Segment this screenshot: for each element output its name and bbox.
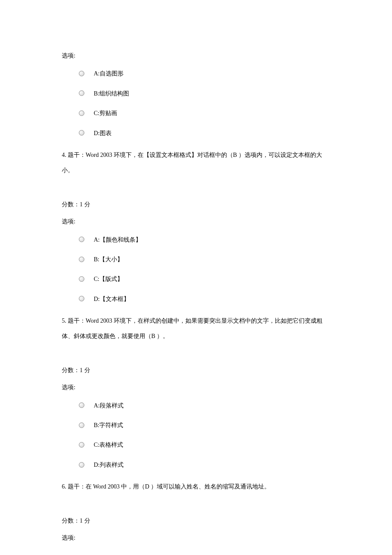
option-item: D:【文本框】 [79,294,330,304]
option-item: A:【颜色和线条】 [79,234,330,245]
option-text: B:【大小】 [94,254,123,264]
score-label: 分数：1 分 [62,200,330,209]
options-label: 选项: [62,51,330,61]
option-item: B:组织结构图 [79,88,330,98]
option-item: B:字符样式 [79,420,330,430]
option-text: A:自选图形 [94,68,124,78]
option-text: D:图表 [94,128,112,138]
options-label: 选项: [62,533,330,543]
radio-icon[interactable] [79,71,84,76]
radio-icon[interactable] [79,296,84,301]
option-item: C:【版式】 [79,274,330,284]
option-text: B:字符样式 [94,420,123,430]
radio-icon[interactable] [79,90,84,96]
option-item: D:列表样式 [79,460,330,470]
radio-icon[interactable] [79,257,84,262]
option-text: C:【版式】 [94,274,123,284]
radio-icon[interactable] [79,422,84,428]
option-text: D:列表样式 [94,460,124,470]
radio-icon[interactable] [79,130,84,136]
option-item: C:剪贴画 [79,108,330,118]
option-text: D:【文本框】 [94,294,130,304]
radio-icon[interactable] [79,237,84,242]
question-stem: 6. 题干：在 Word 2003 中，用（D ）域可以输入姓名、姓名的缩写及通… [62,479,330,494]
option-text: A:【颜色和线条】 [94,234,141,245]
options-label: 选项: [62,217,330,226]
options-label: 选项: [62,383,330,392]
option-item: A:段落样式 [79,400,330,410]
radio-icon[interactable] [79,110,84,116]
score-label: 分数：1 分 [62,516,330,526]
score-label: 分数：1 分 [62,366,330,375]
option-item: A:自选图形 [79,68,330,78]
radio-icon[interactable] [79,442,84,448]
radio-icon[interactable] [79,276,84,282]
option-item: D:图表 [79,128,330,138]
option-item: B:【大小】 [79,254,330,264]
radio-icon[interactable] [79,402,84,408]
question-stem: 5. 题干：Word 2003 环境下，在样式的创建中，如果需要突出显示文档中的… [62,313,330,344]
option-text: B:组织结构图 [94,88,129,98]
option-text: C:剪贴画 [94,108,117,118]
option-text: A:段落样式 [94,400,124,410]
option-text: C:表格样式 [94,439,123,450]
question-stem: 4. 题干：Word 2003 环境下，在【设置文本框格式】对话框中的（B ）选… [62,147,330,179]
option-item: C:表格样式 [79,439,330,450]
radio-icon[interactable] [79,462,84,468]
